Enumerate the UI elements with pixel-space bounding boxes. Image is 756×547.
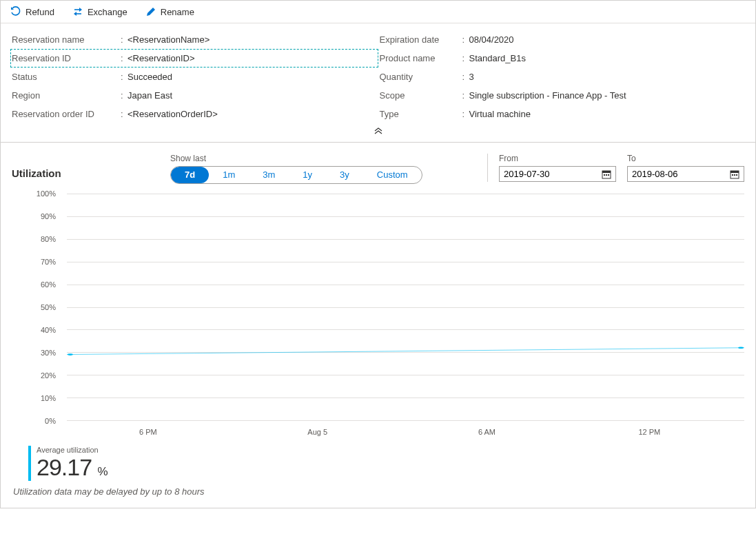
row-reservation-name: Reservation name : <ReservationName> [10,30,378,49]
row-product-name: Product name : Standard_B1s [378,49,746,68]
range-1y[interactable]: 1y [289,167,326,183]
rename-label: Rename [161,7,194,17]
row-region: Region : Japan East [10,86,378,105]
refund-button[interactable]: Refund [8,5,57,19]
toolbar: Refund Exchange Rename [1,1,755,23]
range-label: Show last [170,154,422,163]
range-3m[interactable]: 3m [249,167,289,183]
chart-grid [67,194,744,421]
collapse-chevron[interactable] [1,126,755,142]
from-date-input[interactable] [499,166,616,182]
row-scope: Scope : Single subscription - Finance Ap… [378,86,746,105]
avg-utilization-stat: Average utilization 29.17 % [12,446,744,481]
svg-rect-6 [731,171,739,173]
svg-point-10 [68,353,73,355]
exchange-button[interactable]: Exchange [70,5,130,19]
chevron-up-double-icon [374,127,383,134]
from-date-field[interactable] [504,169,593,179]
calendar-icon [730,169,739,179]
chart-points [67,194,744,420]
row-status: Status : Succeeded [10,68,378,86]
svg-rect-1 [602,171,611,173]
range-custom[interactable]: Custom [363,167,422,183]
rename-button[interactable]: Rename [143,5,197,19]
utilization-panel: Utilization Show last 7d 1m 3m 1y 3y Cus… [1,142,755,508]
svg-rect-2 [604,174,605,176]
reservation-id-value: <ReservationID> [127,53,195,63]
range-1m[interactable]: 1m [209,167,249,183]
details-section: Reservation name : <ReservationName> Res… [1,23,755,126]
page-frame: Refund Exchange Rename Reservation name … [0,0,756,508]
row-quantity: Quantity : 3 [378,68,746,86]
refund-label: Refund [25,7,54,17]
exchange-label: Exchange [88,7,127,17]
to-label: To [627,154,744,163]
stat-value: 29.17 [37,454,92,480]
undo-icon [10,6,21,17]
range-3y[interactable]: 3y [326,167,363,183]
svg-rect-7 [732,174,733,176]
row-reservation-order-id: Reservation order ID : <ReservationOrder… [10,105,378,123]
range-7d[interactable]: 7d [171,167,209,183]
svg-rect-9 [736,174,737,176]
to-date-field[interactable] [632,169,722,179]
calendar-icon [602,169,611,179]
utilization-chart: 100% 90% 80% 70% 60% 50% 40% 30% 20% 10%… [12,194,744,442]
reservation-order-id-link[interactable]: <ReservationOrderID> [127,109,218,119]
reservation-name-link[interactable]: <ReservationName> [127,34,210,45]
stat-unit: % [98,465,108,478]
from-label: From [499,154,616,163]
utilization-title: Utilization [12,154,156,179]
pencil-icon [145,6,156,17]
row-type: Type : Virtual machine [378,105,746,123]
exchange-icon [72,6,83,17]
svg-rect-3 [606,174,607,176]
row-reservation-id: Reservation ID : <ReservationID> [10,49,378,68]
row-expiration-date: Expiration date : 08/04/2020 [378,30,746,49]
time-range-pill: 7d 1m 3m 1y 3y Custom [170,166,422,184]
disclaimer-text: Utilization data may be delayed by up to… [12,486,744,497]
svg-point-11 [738,347,744,349]
to-date-input[interactable] [627,166,744,182]
svg-rect-4 [608,174,609,176]
svg-rect-8 [734,174,735,176]
stat-label: Average utilization [37,446,744,454]
